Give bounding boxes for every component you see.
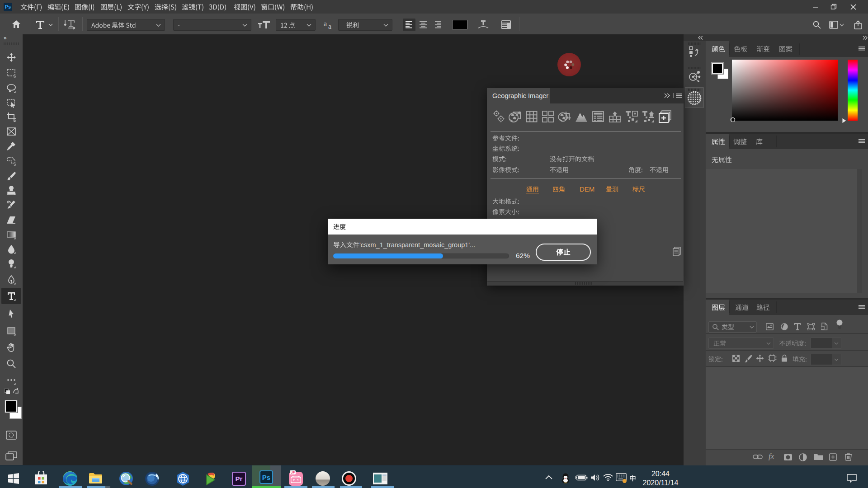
svg-text:a: a: [324, 20, 327, 28]
svg-text:a: a: [328, 23, 331, 30]
